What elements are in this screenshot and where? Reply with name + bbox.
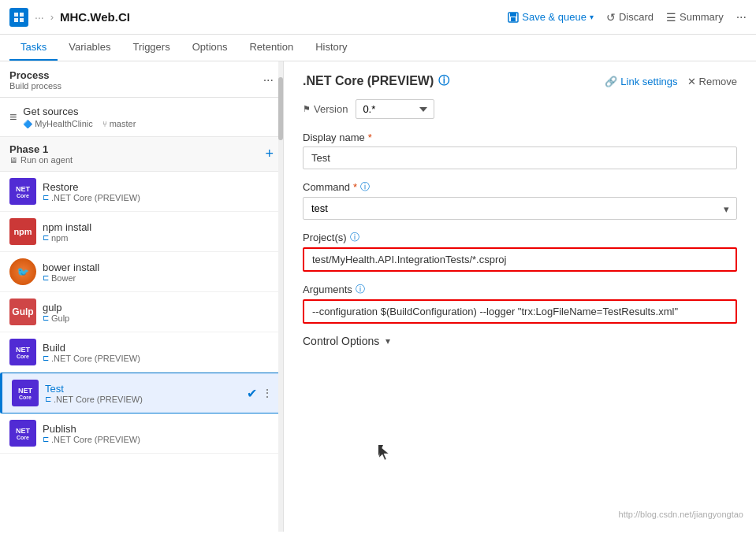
svg-rect-5 [510,13,516,17]
left-panel-header: Process Build process ··· [0,61,283,98]
tab-options[interactable]: Options [181,35,239,61]
tab-variables[interactable]: Variables [58,35,121,61]
task-item-build[interactable]: NETCore Build ⊏ .NET Core (PREVIEW) [0,332,283,373]
task-item-restore[interactable]: NETCore Restore ⊏ .NET Core (PREVIEW) [0,172,283,212]
project-name: MHC.Web.CI [60,10,130,24]
task-sub-restore: ⊏ .NET Core (PREVIEW) [43,193,274,202]
task-name-gulp: gulp [43,302,274,313]
task-item-npm[interactable]: npm npm install ⊏ npm [0,212,283,252]
projects-label: Project(s) ⓘ [303,231,737,244]
phase-name: Phase 1 [9,143,73,155]
projects-input[interactable] [303,247,737,272]
npm-badge: npm [9,218,36,245]
net-badge-build: NETCore [9,339,36,365]
task-item-bower[interactable]: 🐦 bower install ⊏ Bower [0,252,283,292]
panel-title-text: .NET Core (PREVIEW) [303,74,434,88]
command-info-icon[interactable]: ⓘ [360,180,370,194]
task-sub-icon-bower: ⊏ [43,273,49,282]
get-sources-label[interactable]: Get sources [23,106,136,117]
command-select[interactable]: test [303,197,737,220]
task-name-restore: Restore [43,181,274,193]
scrollbar-thumb[interactable] [278,77,283,140]
version-row: ⚑ Version 0.* [303,99,737,119]
breadcrumb-dots[interactable]: ··· [35,11,44,24]
panel-info-icon[interactable]: ⓘ [438,74,449,88]
repo-icon: 🔷 [23,120,32,128]
arguments-label: Arguments ⓘ [303,283,737,296]
process-title: Process [9,69,61,81]
process-subtitle: Build process [9,81,61,91]
panel-header: .NET Core (PREVIEW) ⓘ 🔗 Link settings ✕ … [303,74,737,88]
task-sub-gulp: ⊏ Gulp [43,313,274,323]
breadcrumb-sep: › [50,11,54,23]
control-options-chevron-icon: ▾ [385,336,390,347]
remove-icon: ✕ [687,76,696,87]
task-menu-icon[interactable]: ⋮ [262,387,273,399]
task-sub-bower: ⊏ Bower [43,273,274,283]
process-info: Process Build process [9,69,61,91]
task-name-publish: Publish [43,423,274,435]
summary-label: Summary [680,11,724,23]
task-name-npm: npm install [43,221,274,233]
version-select[interactable]: 0.* [356,99,434,119]
task-details-publish: Publish ⊏ .NET Core (PREVIEW) [43,423,274,444]
task-details-restore: Restore ⊏ .NET Core (PREVIEW) [43,181,274,202]
command-group: Command * ⓘ test ▾ [303,180,737,220]
main-layout: Process Build process ··· ≡ Get sources … [0,61,756,532]
task-details-test: Test ⊏ .NET Core (PREVIEW) [45,383,240,404]
tab-retention[interactable]: Retention [238,35,304,61]
remove-button[interactable]: ✕ Remove [687,76,737,87]
task-details-npm: npm install ⊏ npm [43,221,274,243]
task-sub-test: ⊏ .NET Core (PREVIEW) [45,395,240,404]
app-icon [9,8,28,27]
task-sub-npm: ⊏ npm [43,233,274,243]
command-select-wrap: test ▾ [303,197,737,220]
link-icon: 🔗 [605,76,617,87]
task-sub-icon-publish: ⊏ [43,435,49,443]
add-task-button[interactable]: + [265,146,274,162]
task-item-publish[interactable]: NETCore Publish ⊏ .NET Core (PREVIEW) [0,413,283,454]
nav-tabs: Tasks Variables Triggers Options Retenti… [0,35,756,61]
task-sub-icon-build: ⊏ [43,354,49,362]
left-panel-menu[interactable]: ··· [263,73,274,87]
get-sources-section: ≡ Get sources 🔷 MyHealthClinic ⑂ master [0,98,283,137]
tab-triggers[interactable]: Triggers [121,35,181,61]
control-options-header[interactable]: Control Options ▾ [303,335,737,347]
arguments-input[interactable] [303,299,737,324]
svg-rect-1 [20,13,24,17]
projects-info-icon[interactable]: ⓘ [350,231,359,244]
discard-button[interactable]: ↺ Discard [606,11,654,24]
save-queue-button[interactable]: Save & queue ▾ [508,11,594,23]
get-sources-branch: ⑂ master [102,119,136,128]
phase-header: Phase 1 🖥 Run on agent + [0,137,283,172]
gulp-badge: Gulp [9,299,36,325]
version-flag-icon: ⚑ [303,104,311,114]
link-settings-button[interactable]: 🔗 Link settings [605,76,677,87]
tab-history[interactable]: History [304,35,358,61]
tab-tasks[interactable]: Tasks [9,35,58,61]
panel-title: .NET Core (PREVIEW) ⓘ [303,74,449,88]
get-sources-icon: ≡ [9,110,17,124]
arguments-group: Arguments ⓘ [303,283,737,324]
summary-button[interactable]: ☰ Summary [666,11,724,24]
net-badge-restore: NETCore [9,178,36,205]
task-item-gulp[interactable]: Gulp gulp ⊏ Gulp [0,292,283,332]
display-name-input[interactable] [303,146,737,169]
watermark: http://blog.csdn.net/jiangyongtao [619,510,743,519]
more-button[interactable]: ··· [736,10,747,24]
top-bar: ··· › MHC.Web.CI Save & queue ▾ ↺ Discar… [0,0,756,35]
arguments-info-icon[interactable]: ⓘ [356,283,365,296]
discard-icon: ↺ [606,11,616,24]
get-sources-details: Get sources 🔷 MyHealthClinic ⑂ master [23,106,136,128]
left-panel: Process Build process ··· ≡ Get sources … [0,61,284,532]
task-sub-icon-restore: ⊏ [43,193,49,202]
projects-group: Project(s) ⓘ [303,231,737,272]
scrollbar[interactable] [278,61,283,532]
task-sub-build: ⊏ .NET Core (PREVIEW) [43,354,274,363]
top-bar-left: ··· › MHC.Web.CI [9,8,130,27]
command-req: * [353,181,357,193]
task-item-test[interactable]: NETCore Test ⊏ .NET Core (PREVIEW) ✔ ⋮ [0,373,283,413]
discard-label: Discard [619,11,654,23]
save-dropdown-chevron[interactable]: ▾ [590,13,594,21]
bower-badge: 🐦 [9,258,36,285]
